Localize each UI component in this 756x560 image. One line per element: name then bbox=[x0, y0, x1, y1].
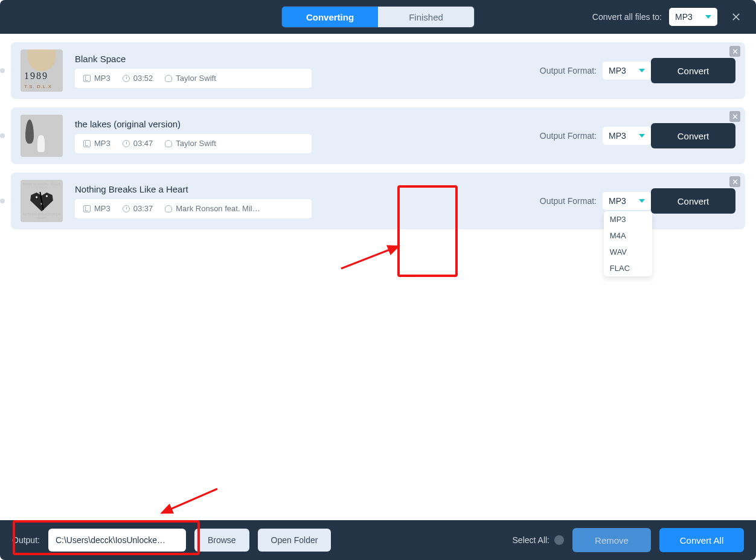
track-title: Blank Space bbox=[75, 54, 528, 64]
remove-row-button[interactable]: ✕ bbox=[729, 111, 740, 122]
artist-icon bbox=[165, 140, 172, 147]
open-folder-button[interactable]: Open Folder bbox=[258, 529, 332, 552]
top-tabs: Converting Finished bbox=[281, 6, 475, 28]
track-row: the lakes (original version) MP3 03:47 T… bbox=[11, 107, 745, 164]
remove-button[interactable]: Remove bbox=[572, 528, 651, 552]
convert-button[interactable]: Convert bbox=[651, 58, 735, 83]
track-meta: MP3 03:47 Taylor Swift bbox=[75, 134, 312, 153]
browse-button[interactable]: Browse bbox=[194, 529, 249, 552]
topbar-right: Convert all files to: MP3 bbox=[592, 8, 744, 26]
track-format: MP3 bbox=[94, 204, 111, 213]
format-option[interactable]: WAV bbox=[604, 244, 652, 260]
clock-icon bbox=[123, 75, 130, 82]
output-format-group: Output Format: MP3 MP3 M4A WAV FLAC bbox=[540, 192, 651, 210]
output-format-select[interactable]: MP3 bbox=[603, 62, 651, 80]
track-format: MP3 bbox=[94, 139, 111, 148]
track-meta: MP3 03:37 Mark Ronson feat. Mil… bbox=[75, 199, 312, 218]
format-option[interactable]: MP3 bbox=[604, 211, 652, 228]
album-art bbox=[21, 115, 63, 157]
track-row: 1989T.S. D.L.X Blank Space MP3 03:52 Tay… bbox=[11, 42, 745, 99]
output-format-select[interactable]: MP3 bbox=[603, 127, 651, 145]
select-all-group: Select All: bbox=[513, 535, 564, 545]
output-format-group: Output Format: MP3 bbox=[540, 127, 651, 145]
track-title: the lakes (original version) bbox=[75, 119, 528, 129]
global-format-value: MP3 bbox=[675, 12, 693, 22]
select-all-label: Select All: bbox=[513, 535, 549, 545]
track-artist: Taylor Swift bbox=[176, 74, 216, 83]
chevron-down-icon bbox=[639, 134, 645, 138]
remove-row-button[interactable]: ✕ bbox=[729, 46, 740, 57]
convert-button[interactable]: Convert bbox=[651, 123, 735, 148]
artist-icon bbox=[165, 205, 172, 212]
track-artist: Mark Ronson feat. Mil… bbox=[176, 204, 260, 213]
global-format-select[interactable]: MP3 bbox=[669, 8, 717, 26]
track-info: the lakes (original version) MP3 03:47 T… bbox=[75, 119, 528, 153]
chevron-down-icon bbox=[639, 69, 645, 72]
music-icon bbox=[83, 205, 91, 212]
track-duration: 03:47 bbox=[133, 139, 153, 148]
bottombar: Output: C:\Users\decck\IosUnlocke… Brows… bbox=[0, 520, 756, 560]
track-duration: 03:37 bbox=[133, 204, 153, 213]
output-format-select[interactable]: MP3 bbox=[603, 192, 651, 210]
convert-all-button[interactable]: Convert All bbox=[659, 528, 744, 552]
output-format-value: MP3 bbox=[609, 131, 626, 141]
close-button[interactable] bbox=[728, 9, 744, 25]
track-row: MARK RONSON MILEY CYRUS NOTHING BREAKS L… bbox=[11, 173, 745, 229]
album-art: MARK RONSON MILEY CYRUS NOTHING BREAKS L… bbox=[21, 180, 63, 222]
track-format: MP3 bbox=[94, 74, 111, 83]
format-option[interactable]: FLAC bbox=[604, 260, 652, 276]
output-label: Output: bbox=[12, 535, 40, 545]
track-info: Nothing Breaks Like a Heart MP3 03:37 Ma… bbox=[75, 184, 528, 218]
clock-icon bbox=[123, 205, 130, 212]
output-path-field[interactable]: C:\Users\decck\IosUnlocke… bbox=[48, 529, 186, 552]
album-art: 1989T.S. D.L.X bbox=[21, 49, 63, 92]
format-option[interactable]: M4A bbox=[604, 228, 652, 244]
track-info: Blank Space MP3 03:52 Taylor Swift bbox=[75, 54, 528, 88]
music-icon bbox=[83, 140, 91, 147]
artist-icon bbox=[165, 75, 172, 82]
output-format-value: MP3 bbox=[609, 196, 626, 206]
track-meta: MP3 03:52 Taylor Swift bbox=[75, 69, 312, 88]
chevron-down-icon bbox=[705, 15, 711, 19]
clock-icon bbox=[123, 140, 130, 147]
app-window: Converting Finished Convert all files to… bbox=[0, 0, 756, 560]
music-icon bbox=[83, 75, 91, 82]
output-format-group: Output Format: MP3 bbox=[540, 62, 651, 80]
output-format-value: MP3 bbox=[609, 66, 626, 75]
row-bullet bbox=[0, 68, 5, 73]
topbar: Converting Finished Convert all files to… bbox=[0, 0, 756, 34]
row-bullet bbox=[0, 199, 5, 203]
tab-converting[interactable]: Converting bbox=[282, 7, 378, 27]
format-dropdown: MP3 M4A WAV FLAC bbox=[604, 211, 652, 276]
conversion-list: 1989T.S. D.L.X Blank Space MP3 03:52 Tay… bbox=[0, 34, 756, 520]
output-format-label: Output Format: bbox=[540, 196, 597, 206]
track-artist: Taylor Swift bbox=[176, 139, 216, 148]
select-all-toggle[interactable] bbox=[554, 535, 564, 545]
track-title: Nothing Breaks Like a Heart bbox=[75, 184, 528, 194]
convert-button[interactable]: Convert bbox=[651, 188, 735, 214]
chevron-down-icon bbox=[639, 199, 645, 203]
track-duration: 03:52 bbox=[133, 74, 153, 83]
row-bullet bbox=[0, 133, 5, 138]
remove-row-button[interactable]: ✕ bbox=[729, 176, 740, 187]
output-format-label: Output Format: bbox=[540, 66, 597, 75]
output-format-label: Output Format: bbox=[540, 131, 597, 141]
convert-all-to-label: Convert all files to: bbox=[592, 12, 662, 22]
tab-finished[interactable]: Finished bbox=[378, 7, 474, 27]
